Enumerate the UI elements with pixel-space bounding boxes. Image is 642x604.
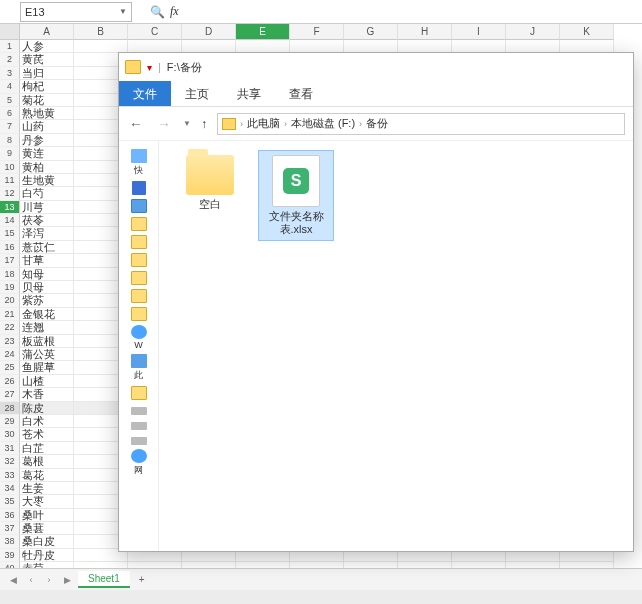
- row-header[interactable]: 8: [0, 134, 20, 147]
- row-header[interactable]: 19: [0, 281, 20, 294]
- formula-input[interactable]: [185, 2, 360, 22]
- sidebar-item[interactable]: 网: [123, 449, 155, 477]
- row-header[interactable]: 4: [0, 80, 20, 93]
- sidebar-item[interactable]: [123, 404, 155, 415]
- cell[interactable]: 紫苏: [20, 294, 74, 307]
- cell[interactable]: 菊花: [20, 94, 74, 107]
- row-header[interactable]: 37: [0, 522, 20, 535]
- cell[interactable]: 鱼腥草: [20, 361, 74, 374]
- sheet-tab-active[interactable]: Sheet1: [78, 571, 130, 588]
- nav-forward-button[interactable]: →: [155, 116, 173, 132]
- cell[interactable]: 牡丹皮: [20, 549, 74, 562]
- row-header[interactable]: 6: [0, 107, 20, 120]
- sidebar-item[interactable]: W: [123, 325, 155, 350]
- column-header[interactable]: I: [452, 24, 506, 40]
- cell[interactable]: 知母: [20, 268, 74, 281]
- ribbon-tab-home[interactable]: 主页: [171, 81, 223, 106]
- breadcrumb[interactable]: › 此电脑 › 本地磁盘 (F:) › 备份: [217, 113, 625, 135]
- row-header[interactable]: 25: [0, 361, 20, 374]
- nav-back-button[interactable]: ←: [127, 116, 145, 132]
- row-header[interactable]: 15: [0, 227, 20, 240]
- sidebar-item[interactable]: [123, 235, 155, 249]
- explorer-sidebar[interactable]: 快W此网: [119, 141, 159, 551]
- cell[interactable]: 川芎: [20, 201, 74, 214]
- cell[interactable]: 连翘: [20, 321, 74, 334]
- pin-icon[interactable]: ▾: [147, 62, 152, 73]
- cell[interactable]: 白术: [20, 415, 74, 428]
- explorer-content-pane[interactable]: 空白S文件夹名称表.xlsx: [159, 141, 633, 551]
- sidebar-item[interactable]: [123, 253, 155, 267]
- cell[interactable]: 白芷: [20, 442, 74, 455]
- nav-up-button[interactable]: ↑: [201, 117, 207, 131]
- folder-item[interactable]: 空白: [173, 151, 247, 215]
- row-header[interactable]: 36: [0, 509, 20, 522]
- chevron-down-icon[interactable]: ▼: [183, 119, 191, 128]
- cell[interactable]: 桑葚: [20, 522, 74, 535]
- column-header[interactable]: A: [20, 24, 74, 40]
- cell[interactable]: 丹参: [20, 134, 74, 147]
- row-header[interactable]: 24: [0, 348, 20, 361]
- row-header[interactable]: 17: [0, 254, 20, 267]
- row-header[interactable]: 21: [0, 308, 20, 321]
- cell[interactable]: 贝母: [20, 281, 74, 294]
- cell[interactable]: 当归: [20, 67, 74, 80]
- column-header[interactable]: G: [344, 24, 398, 40]
- row-header[interactable]: 12: [0, 187, 20, 200]
- tab-nav-last[interactable]: ▶: [60, 575, 74, 585]
- cell[interactable]: 黄柏: [20, 161, 74, 174]
- row-header[interactable]: 5: [0, 94, 20, 107]
- column-header[interactable]: E: [236, 24, 290, 40]
- row-header[interactable]: 39: [0, 549, 20, 562]
- row-header[interactable]: 34: [0, 482, 20, 495]
- sidebar-item[interactable]: 此: [123, 354, 155, 382]
- cell[interactable]: 桑白皮: [20, 535, 74, 548]
- row-header[interactable]: 28: [0, 402, 20, 415]
- cell[interactable]: 葛花: [20, 469, 74, 482]
- add-sheet-button[interactable]: +: [134, 574, 150, 585]
- column-header[interactable]: K: [560, 24, 614, 40]
- row-header[interactable]: 33: [0, 469, 20, 482]
- row-header[interactable]: 20: [0, 294, 20, 307]
- cell[interactable]: 生姜: [20, 482, 74, 495]
- row-header[interactable]: 32: [0, 455, 20, 468]
- cell[interactable]: 黄连: [20, 147, 74, 160]
- cell[interactable]: 薏苡仁: [20, 241, 74, 254]
- row-header[interactable]: 29: [0, 415, 20, 428]
- row-header[interactable]: 11: [0, 174, 20, 187]
- cell[interactable]: 人参: [20, 40, 74, 53]
- row-header[interactable]: 2: [0, 53, 20, 66]
- row-header[interactable]: 31: [0, 442, 20, 455]
- row-header[interactable]: 22: [0, 321, 20, 334]
- row-header[interactable]: 3: [0, 67, 20, 80]
- file-item[interactable]: S文件夹名称表.xlsx: [259, 151, 333, 240]
- cell[interactable]: 黄芪: [20, 53, 74, 66]
- cell[interactable]: 桑叶: [20, 509, 74, 522]
- row-header[interactable]: 14: [0, 214, 20, 227]
- cell[interactable]: 葛根: [20, 455, 74, 468]
- cell[interactable]: 大枣: [20, 495, 74, 508]
- file-explorer-window[interactable]: ▾ | F:\备份 文件 主页 共享 查看 ← → ▼ ↑ › 此电脑 › 本地…: [118, 52, 634, 552]
- sidebar-item[interactable]: [123, 271, 155, 285]
- breadcrumb-segment[interactable]: 备份: [366, 116, 388, 131]
- row-header[interactable]: 9: [0, 147, 20, 160]
- explorer-titlebar[interactable]: ▾ | F:\备份: [119, 53, 633, 81]
- cell[interactable]: 熟地黄: [20, 107, 74, 120]
- cell[interactable]: 金银花: [20, 308, 74, 321]
- sidebar-item[interactable]: [123, 386, 155, 400]
- select-all-corner[interactable]: [0, 24, 20, 40]
- row-header[interactable]: 10: [0, 161, 20, 174]
- tab-nav-first[interactable]: ◀: [6, 575, 20, 585]
- sidebar-item[interactable]: [123, 217, 155, 231]
- row-header[interactable]: 35: [0, 495, 20, 508]
- search-icon[interactable]: 🔍: [150, 5, 164, 19]
- row-header[interactable]: 7: [0, 120, 20, 133]
- name-box[interactable]: E13 ▼: [20, 2, 132, 22]
- cell[interactable]: 山楂: [20, 375, 74, 388]
- row-header[interactable]: 27: [0, 388, 20, 401]
- breadcrumb-segment[interactable]: 本地磁盘 (F:): [291, 116, 355, 131]
- column-headers[interactable]: ABCDEFGHIJK: [20, 24, 614, 40]
- column-header[interactable]: D: [182, 24, 236, 40]
- tab-nav-next[interactable]: ›: [42, 575, 56, 585]
- row-header[interactable]: 30: [0, 428, 20, 441]
- column-header[interactable]: J: [506, 24, 560, 40]
